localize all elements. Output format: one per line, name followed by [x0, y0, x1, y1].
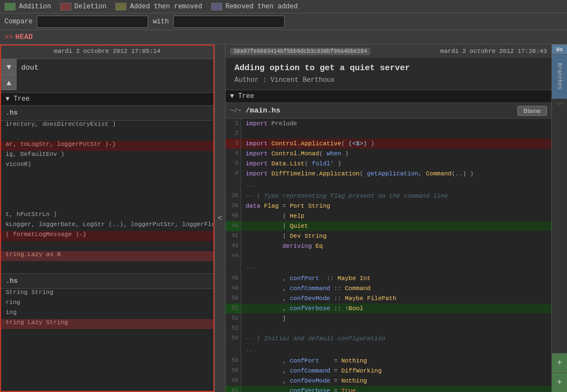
left-code-line-bg: tring.Lazy as B: [1, 251, 213, 261]
right-tree-label: ▼ Tree: [230, 92, 254, 100]
far-right-panel: Wo Branches ~/~ + +: [551, 45, 567, 392]
code-line-40: 40 | Help: [226, 211, 551, 221]
code-line-59: 59 , confCommand = DiffWorking: [226, 366, 551, 376]
code-line-1: 1 import Prelude: [226, 119, 551, 129]
left-commit-info: dout: [1, 59, 213, 92]
working-header: Wo: [552, 45, 567, 55]
left-date: mardi 2 octobre 2012 17:05:14: [54, 48, 160, 55]
removed-added-swatch: [211, 3, 222, 11]
left-code-pane[interactable]: .hs irectory, doesDirectoryExist ) ar, t…: [1, 106, 213, 391]
left-code-line: String String: [1, 289, 213, 299]
code-line-ellipsis2: ...: [226, 261, 551, 273]
addition-swatch: [4, 3, 16, 11]
head-arrow: >>: [4, 33, 13, 41]
right-commit-title: Adding option to get a quiet server: [234, 63, 542, 73]
code-line-43: 43 deriving Eq: [226, 241, 551, 251]
left-tree-label: ▼ Tree: [6, 95, 30, 103]
left-code-line: t, hPutStrLn ): [1, 211, 213, 221]
code-line-5: 5 import Data.List( foldl' ): [226, 159, 551, 169]
left-code-line: kLogger, loggerDate, LogStr (..), logger…: [1, 221, 213, 231]
left-code-line: irectory, doesDirectoryExist ): [1, 121, 213, 131]
code-line-52: 52 }: [226, 313, 551, 324]
code-line-58: 58 , confPort = Nothing: [226, 356, 551, 366]
far-right-spacer: ~/~: [552, 99, 567, 353]
code-line-ellipsis: ...: [226, 179, 551, 191]
left-file1-label: .hs: [1, 106, 213, 121]
compare-field1[interactable]: [37, 16, 148, 28]
left-code-line: [1, 241, 213, 251]
head-label: HEAD: [16, 33, 33, 41]
file-header: ~/~ /main.hs Blame: [226, 103, 551, 119]
nav-arrows: ▼ ▲: [1, 59, 17, 90]
head-bar: >> HEAD: [0, 30, 567, 45]
code-line-49: 49 , confCommand :: Command: [226, 283, 551, 293]
right-date: mardi 2 octobre 2012 17:20:43: [441, 48, 547, 55]
left-code-line-deleted: ar, toLogStr, loggerPutStr )-}: [1, 141, 213, 151]
blame-button[interactable]: Blame: [517, 106, 547, 116]
added-removed-label: Added then removed: [130, 3, 202, 11]
left-code-line: [1, 131, 213, 141]
left-code-line-deleted: ( formatLogMessage )-}: [1, 231, 213, 241]
right-panel: 38a97fe8693414bf5bb9dcb3c630bf96a4bbe284…: [226, 45, 551, 392]
compare-field2[interactable]: [173, 16, 285, 28]
code-line-48: 48 , confPort :: Maybe Int: [226, 273, 551, 283]
left-code-line: ing: [1, 309, 213, 319]
legend-bar: Addition Deletion Added then removed Rem…: [0, 0, 567, 13]
add-button-1[interactable]: +: [552, 353, 567, 373]
code-line-60: 60 , confDevMode = Nothing: [226, 376, 551, 386]
plus-icon-2: +: [557, 378, 563, 388]
right-commit-info: Adding option to get a quiet server Auth…: [226, 58, 551, 90]
left-code-line: [1, 171, 213, 181]
file-name: /main.hs: [246, 106, 280, 115]
legend-deletion: Deletion: [60, 3, 107, 11]
code-line-53: 53: [226, 324, 551, 334]
code-line-42: 42 | Dev String: [226, 231, 551, 241]
code-line-44: 44: [226, 251, 551, 261]
code-content: 1 import Prelude 2 3 import Control.Appl…: [226, 119, 551, 392]
code-line-4: 4 import Control.Monad( when ): [226, 149, 551, 159]
compare-bar: Compare with: [0, 13, 567, 30]
left-file2-label: .hs: [1, 273, 213, 289]
with-label: with: [153, 18, 169, 26]
nav-down-btn[interactable]: ▼: [1, 59, 17, 75]
right-code-pane[interactable]: 1 import Prelude 2 3 import Control.Appl…: [226, 119, 551, 392]
right-tree-header[interactable]: ▼ Tree: [226, 90, 551, 103]
left-code-line: [1, 261, 213, 271]
left-code-line: ring: [1, 299, 213, 309]
left-tree-header[interactable]: ▼ Tree: [1, 92, 213, 106]
commit-author: Author : Vincent Berthoux: [234, 76, 542, 84]
add-button-2[interactable]: +: [552, 373, 567, 392]
code-line-51: 51 , confVerbose :: !Bool: [226, 303, 551, 313]
code-line-2: 2: [226, 129, 551, 139]
plus-icon-1: +: [557, 358, 563, 368]
left-code-line: [1, 191, 213, 201]
legend-added-removed: Added then removed: [115, 3, 202, 11]
left-code-line: ig, DefaultEnv ): [1, 151, 213, 161]
collapse-icon: <: [218, 214, 222, 223]
addition-label: Addition: [19, 3, 51, 11]
left-code-line: viconR): [1, 161, 213, 171]
code-line-54: 54 -- | Initial and default configuratio…: [226, 334, 551, 344]
branches-label: Branches: [556, 63, 563, 90]
collapse-button[interactable]: <: [214, 45, 226, 392]
left-panel-header: mardi 2 octobre 2012 17:05:14: [1, 46, 213, 59]
code-line-61: 61 , confVerbose = True: [226, 386, 551, 392]
code-line-38: 38 -- | Type representing flag present o…: [226, 191, 551, 201]
file-path-icon: ~/~: [230, 107, 241, 114]
left-code-line-lazy: tring Lazy String: [1, 319, 213, 329]
code-line-ellipsis3: ...: [226, 344, 551, 356]
compare-label: Compare: [4, 18, 32, 26]
right-panel-header: 38a97fe8693414bf5bb9dcb3c630bf96a4bbe284…: [226, 45, 551, 58]
deletion-label: Deletion: [75, 3, 107, 11]
branches-tab[interactable]: Branches: [552, 55, 567, 99]
left-code-line: [1, 181, 213, 191]
code-line-6: 6 import DiffTimeline.Application( getAp…: [226, 169, 551, 179]
deletion-swatch: [60, 3, 71, 11]
legend-removed-added: Removed then added: [211, 3, 298, 11]
code-line-3: 3 import Control.Applicative( (<$>) ): [226, 139, 551, 149]
legend-addition: Addition: [4, 3, 51, 11]
left-code-line: [1, 201, 213, 211]
left-panel: mardi 2 octobre 2012 17:05:14 ▼ ▲ dout ▼…: [0, 45, 214, 392]
nav-up-btn[interactable]: ▲: [1, 75, 17, 90]
code-line-39: 39 data Flag = Port String: [226, 201, 551, 211]
